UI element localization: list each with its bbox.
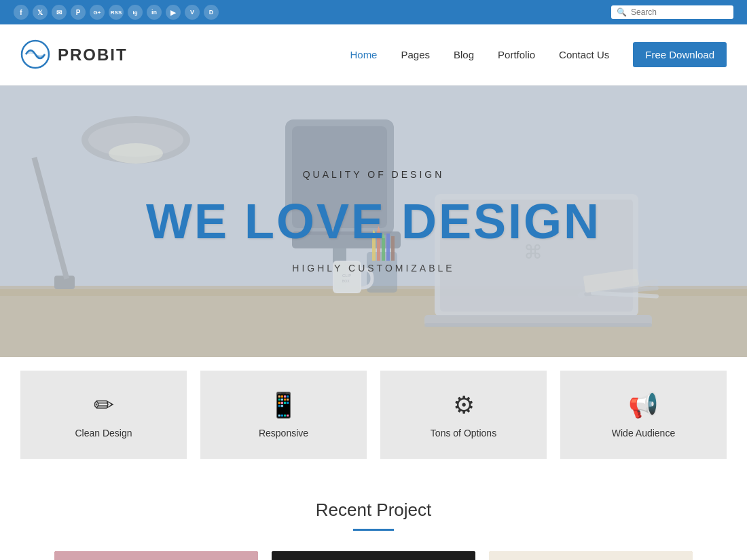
main-nav: Home Pages Blog Portfolio Contact Us Fre…: [350, 42, 727, 67]
search-icon: 🔍: [617, 7, 627, 17]
hero-tagline: HIGHLY CUSTOMIZABLE: [146, 263, 601, 274]
feature-tons-of-options-label: Tons of Options: [431, 428, 496, 438]
feature-responsive[interactable]: 📱 Responsive: [200, 371, 367, 459]
nav-contact[interactable]: Contact Us: [559, 49, 609, 60]
twitter-icon[interactable]: 𝕏: [33, 5, 48, 20]
linkedin-icon[interactable]: in: [147, 5, 162, 20]
gears-icon: ⚙: [453, 391, 475, 419]
youtube-icon[interactable]: ▶: [166, 5, 181, 20]
phone-icon: 📱: [268, 391, 299, 419]
svg-rect-68: [489, 551, 693, 560]
hero-title: WE LOVE DESIGN: [146, 193, 601, 249]
recent-project-section: Recent Project: [0, 472, 747, 560]
megaphone-icon: 📢: [628, 391, 659, 419]
hero-section: ⌘ CLIP BOX: [0, 86, 747, 357]
project-card-3[interactable]: CK3:Design — Infrastructure — Architectu…: [489, 551, 693, 560]
header: PROBIT Home Pages Blog Portfolio Contact…: [0, 24, 747, 86]
social-icons-list: f 𝕏 ✉ P G+ RSS ig in ▶ V D: [14, 5, 219, 20]
hero-content: QUALITY OF DESIGN WE LOVE DESIGN HIGHLY …: [146, 169, 601, 274]
svg-rect-46: [54, 551, 258, 560]
project-card-2[interactable]: [272, 551, 475, 560]
nav-portfolio[interactable]: Portfolio: [498, 49, 535, 60]
feature-clean-design[interactable]: ✏ Clean Design: [20, 371, 187, 459]
project-grid: CK3:Design — Infrastructure — Architectu…: [20, 551, 727, 560]
section-underline: [353, 529, 394, 531]
logo-text: PROBIT: [58, 45, 128, 64]
google-plus-icon[interactable]: G+: [90, 5, 105, 20]
hero-subtitle: QUALITY OF DESIGN: [146, 169, 601, 180]
features-section: ✏ Clean Design 📱 Responsive ⚙ Tons of Op…: [0, 357, 747, 472]
logo[interactable]: PROBIT: [20, 39, 128, 70]
feature-tons-of-options[interactable]: ⚙ Tons of Options: [380, 371, 547, 459]
top-bar: f 𝕏 ✉ P G+ RSS ig in ▶ V D 🔍: [0, 0, 747, 24]
pencil-icon: ✏: [94, 391, 114, 419]
instagram-icon[interactable]: ig: [128, 5, 143, 20]
nav-blog[interactable]: Blog: [454, 49, 474, 60]
feature-wide-audience-label: Wide Audience: [612, 428, 675, 438]
feature-responsive-label: Responsive: [259, 428, 308, 438]
email-icon[interactable]: ✉: [52, 5, 67, 20]
search-input[interactable]: [631, 7, 728, 17]
nav-pages[interactable]: Pages: [401, 49, 430, 60]
feature-wide-audience[interactable]: 📢 Wide Audience: [560, 371, 727, 459]
logo-icon: [20, 39, 51, 70]
rss-icon[interactable]: RSS: [109, 5, 124, 20]
recent-project-title: Recent Project: [20, 500, 727, 521]
dribbble-icon[interactable]: D: [204, 5, 219, 20]
search-bar[interactable]: 🔍: [611, 5, 733, 19]
nav-free-download[interactable]: Free Download: [633, 42, 727, 67]
project-card-1[interactable]: [54, 551, 258, 560]
facebook-icon[interactable]: f: [14, 5, 29, 20]
nav-home[interactable]: Home: [350, 49, 377, 60]
pinterest-icon[interactable]: P: [71, 5, 86, 20]
feature-clean-design-label: Clean Design: [75, 428, 132, 438]
vimeo-icon[interactable]: V: [185, 5, 200, 20]
svg-rect-55: [272, 551, 475, 560]
